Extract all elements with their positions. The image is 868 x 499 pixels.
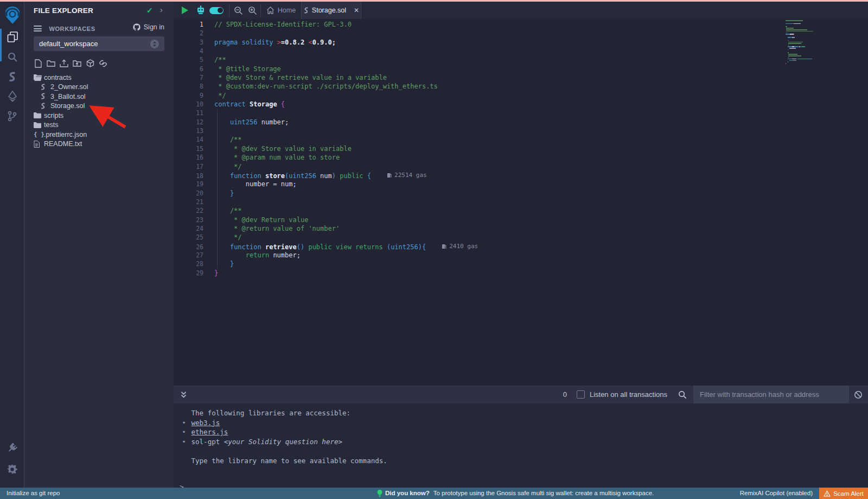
chevron-right-icon[interactable]: › [160, 5, 163, 14]
terminal: 0 Listen on all transactions The followi… [174, 386, 868, 488]
tree-item-README.txt[interactable]: README.txt [24, 140, 174, 149]
code-line[interactable]: 25 */ [174, 233, 868, 242]
line-number: 23 [174, 216, 203, 224]
tree-item-Storage.sol[interactable]: Storage.sol [24, 102, 174, 111]
code-line[interactable]: 22 /** [174, 206, 868, 215]
code-line[interactable]: 28 } [174, 260, 868, 268]
code-line[interactable]: 26 function retrieve() public view retur… [174, 242, 868, 251]
listen-all-transactions-checkbox[interactable] [577, 390, 585, 399]
minimap[interactable] [786, 20, 842, 65]
code-line[interactable]: 20 } [174, 189, 868, 198]
tab-storage-sol[interactable]: Storage.sol ✕ [301, 2, 361, 19]
code-area[interactable]: 1// SPDX-License-Identifier: GPL-3.023pr… [174, 19, 868, 386]
workspace-selected-value: default_workspace [39, 40, 150, 48]
code-line[interactable]: 7 * @dev Store & retrieve value in a var… [174, 73, 868, 82]
lightbulb-icon [377, 490, 382, 497]
terminal-link-ethers.js[interactable]: ethers.js [192, 428, 228, 436]
tree-item-label: 2_Owner.sol [50, 83, 88, 91]
close-tab-icon[interactable]: ✕ [354, 7, 359, 14]
code-line[interactable]: 5/** [174, 55, 868, 64]
code-line[interactable]: 9 */ [174, 91, 868, 100]
code-line[interactable]: 12 uint256 number; [174, 118, 868, 127]
transaction-filter-input[interactable] [693, 386, 849, 403]
zoom-in-icon[interactable] [245, 2, 259, 19]
code-line[interactable]: 1// SPDX-License-Identifier: GPL-3.0 [174, 20, 868, 29]
tree-item-tests[interactable]: tests [24, 121, 174, 130]
upload-file-icon[interactable] [60, 59, 68, 68]
copilot-toggle[interactable] [207, 2, 226, 19]
code-line[interactable]: 11 [174, 109, 868, 117]
solidity-compiler-icon[interactable] [0, 68, 24, 86]
plugin-manager-icon[interactable] [0, 439, 24, 458]
workspaces-label: WORKSPACES [49, 26, 95, 32]
line-number: 3 [174, 38, 203, 47]
link-icon[interactable] [99, 59, 107, 68]
home-icon [266, 7, 275, 14]
scam-alert-button[interactable]: Scam Alert [819, 488, 868, 499]
workspace-select[interactable]: default_workspace [34, 36, 164, 51]
code-line[interactable]: 29} [174, 269, 868, 277]
code-line[interactable]: 10contract Storage { [174, 100, 868, 109]
code-line[interactable]: 6 * @title Storage [174, 65, 868, 73]
github-icon [132, 23, 141, 31]
code-line[interactable]: 21 [174, 198, 868, 206]
zoom-out-icon[interactable] [231, 2, 245, 19]
tree-item-3_Ballot.sol[interactable]: 3_Ballot.sol [24, 92, 174, 102]
upload-folder-icon[interactable] [73, 59, 81, 68]
code-line[interactable]: 17 */ [174, 162, 868, 171]
terminal-toolbar: 0 Listen on all transactions [174, 386, 868, 403]
tree-item-2_Owner.sol[interactable]: 2_Owner.sol [24, 83, 174, 92]
code-line[interactable]: 3pragma solidity >=0.8.2 <0.9.0; [174, 38, 868, 47]
circle-slash-icon[interactable] [854, 390, 863, 399]
transaction-count-badge: 0 [563, 390, 567, 399]
remix-logo-icon[interactable] [0, 4, 24, 26]
search-icon[interactable] [0, 48, 24, 66]
code-line[interactable]: 4 [174, 47, 868, 55]
line-number: 25 [174, 233, 203, 242]
line-number: 7 [174, 73, 203, 82]
code-line[interactable]: 13 [174, 127, 868, 135]
code-line[interactable]: 16 * @param num value to store [174, 153, 868, 162]
git-icon[interactable] [0, 107, 24, 125]
workspaces-menu-icon[interactable] [34, 24, 42, 33]
code-line[interactable]: 24 * @return value of 'number' [174, 224, 868, 233]
tree-item-contracts[interactable]: contracts [24, 73, 174, 83]
file-explorer-icon[interactable] [0, 28, 24, 46]
line-number: 17 [174, 162, 203, 171]
terminal-search-icon[interactable] [678, 390, 687, 399]
solidity-icon [40, 84, 50, 91]
copilot-status[interactable]: RemixAI Copilot (enabled) [740, 488, 813, 499]
terminal-link-web3.js[interactable]: web3.js [192, 419, 220, 427]
deploy-and-run-icon[interactable] [0, 87, 24, 106]
terminal-line: • sol-gpt <your Solidity question here> [174, 437, 868, 447]
solidity-icon [40, 103, 50, 110]
settings-gear-icon[interactable] [0, 460, 24, 478]
tree-item-.prettierrc.json[interactable]: { }.prettierrc.json [24, 130, 174, 140]
code-line[interactable]: 8 * @custom:dev-run-script ./scripts/dep… [174, 82, 868, 91]
run-script-button[interactable] [178, 2, 192, 19]
code-line[interactable]: 15 * @dev Store value in variable [174, 144, 868, 153]
double-chevron-down-icon[interactable] [180, 391, 187, 399]
terminal-line: The following libraries are accessible: [174, 408, 868, 418]
code-line[interactable]: 23 * @dev Return value [174, 216, 868, 224]
tree-item-scripts[interactable]: scripts [24, 111, 174, 121]
code-line[interactable]: 27 return number; [174, 251, 868, 260]
workspace-stepper-icon[interactable] [150, 40, 159, 48]
code-line[interactable]: 18 function store(uint256 num) public {2… [174, 171, 868, 180]
new-folder-icon[interactable] [47, 59, 55, 68]
new-file-icon[interactable] [34, 59, 42, 68]
line-number: 8 [174, 82, 203, 91]
ai-robot-icon[interactable] [194, 2, 207, 19]
line-number: 2 [174, 29, 203, 37]
check-icon: ✓ [146, 6, 153, 15]
cube-icon[interactable] [86, 59, 94, 68]
tree-item-label: .prettierrc.json [44, 131, 87, 138]
code-line[interactable]: 2 [174, 29, 868, 37]
sign-in-button[interactable]: Sign in [132, 23, 164, 31]
code-line[interactable]: 19 number = num; [174, 180, 868, 188]
file-explorer-panel: FILE EXPLORER ✓ › WORKSPACES Sign in def… [24, 2, 174, 488]
code-line[interactable]: 14 /** [174, 135, 868, 144]
tab-home[interactable]: Home [261, 2, 301, 19]
git-init-button[interactable]: Initialize as git repo [7, 488, 60, 499]
line-number: 5 [174, 55, 203, 64]
